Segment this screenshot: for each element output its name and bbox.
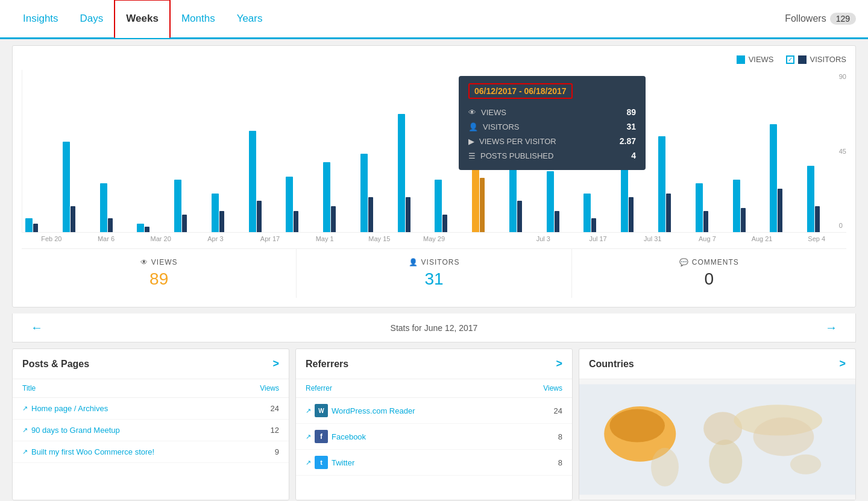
x-axis-labels: Feb 20Mar 6Mar 20Apr 3Apr 17May 1May 15M… [22,235,846,242]
posts-row-title-0[interactable]: ↗ Home page / Archives [22,404,108,413]
next-arrow-button[interactable]: → [819,321,843,335]
nav-tabs: Insights Days Weeks Months Years [12,0,785,38]
referrer-row-title-2[interactable]: ↗ t Twitter [306,456,354,469]
bar-group-17 [658,136,694,232]
tooltip-vpp-value: 2.87 [620,136,636,146]
referrer-row-count-1: 8 [558,432,562,441]
views-bar-19 [733,180,740,232]
svg-point-2 [609,409,665,443]
referrer-row-count-0: 24 [554,406,562,415]
posts-row-title-1[interactable]: ↗ 90 days to Grand Meetup [22,426,120,435]
stat-visitors-label: 👤 VISITORS [303,258,565,266]
referrers-col-views: Views [543,384,562,392]
visitors-bar-4 [182,215,187,232]
x-label-6: May 15 [353,235,406,242]
views-bar-17 [658,136,665,232]
posts-row-count-0: 24 [271,404,279,413]
views-bar-20 [770,124,777,232]
x-label-7: May 29 [407,235,461,242]
views-bar-14 [547,171,554,232]
referrer-row-title-0[interactable]: ↗ W WordPress.com Reader [306,404,415,417]
followers-badge: Followers 129 [785,13,856,25]
bar-group-2 [100,183,136,232]
referrer-row-2: ↗ t Twitter 8 [296,450,572,476]
tab-days[interactable]: Days [69,1,115,37]
countries-panel-arrow[interactable]: > [839,358,846,370]
views-bar-2 [100,183,107,232]
views-bar-10 [398,114,405,232]
prev-arrow-button[interactable]: ← [25,321,49,335]
x-label-1: Mar 6 [80,235,133,242]
tooltip-posts-row: ☰ POSTS PUBLISHED 4 [468,148,636,163]
posts-row-title-2[interactable]: ↗ Built my first Woo Commerce store! [22,447,154,456]
x-label-11: Jul 31 [626,235,679,242]
visitors-bar-3 [145,227,149,232]
wp-icon: W [315,404,328,417]
posts-row-count-1: 12 [271,426,279,435]
y-axis-labels: 90 45 0 [839,70,846,232]
posts-rows: ↗ Home page / Archives 24 ↗ 90 days to G… [13,398,289,463]
referrer-row-1: ↗ f Facebook 8 [296,424,572,450]
views-bar-5 [212,194,219,232]
stat-views-label: 👁 VIEWS [28,258,290,266]
referrers-panel-arrow[interactable]: > [556,358,562,370]
stat-comments: 💬 COMMENTS 0 [572,249,846,298]
visitors-check: ✓ [786,55,794,64]
tab-weeks[interactable]: Weeks [114,0,171,38]
person-icon: 👤 [409,258,418,266]
bar-group-7 [286,177,322,232]
tab-insights[interactable]: Insights [12,1,69,37]
referrers-panel-title: Referrers [306,359,348,370]
svg-point-5 [709,440,742,484]
visitors-bar-18 [703,211,708,232]
tooltip-visitors-row: 👤 VISITORS 31 [468,119,636,134]
bar-chart: 90 45 0 [22,70,846,233]
x-label-4: Apr 17 [244,235,297,242]
tab-years[interactable]: Years [226,1,274,37]
tooltip-posts-label: POSTS PUBLISHED [480,151,553,160]
eye-icon: 👁 [140,258,148,266]
views-bar-7 [286,177,293,232]
svg-point-6 [651,448,679,487]
visitors-bar-17 [666,194,671,232]
visitors-bar-8 [331,206,336,232]
visitors-bar-9 [368,197,373,232]
views-bar-8 [323,162,330,232]
visitors-legend-label: VISITORS [810,55,846,64]
views-bar-11 [435,180,442,232]
posts-panel: Posts & Pages > Title Views ↗ Home page … [12,348,289,500]
visitors-bar-5 [219,211,224,232]
bar-group-20 [770,124,806,232]
visitors-bar-13 [517,201,522,232]
referrer-external-icon-0: ↗ [306,407,311,415]
views-bar-0 [25,218,33,232]
referrers-panel: Referrers > Referrer Views ↗ W WordPress… [295,348,573,500]
tooltip-views-value: 89 [626,107,636,117]
posts-table-header: Title Views [13,379,289,398]
tooltip-visitors-label: VISITORS [483,122,519,131]
tooltip-views-label: VIEWS [481,108,506,117]
views-bar-1 [63,142,70,232]
referrer-external-icon-2: ↗ [306,459,311,467]
tooltip-eye-icon: 👁 [468,108,476,117]
legend-views: VIEWS [737,55,774,64]
visitors-bar-10 [406,197,410,232]
visitors-bar-19 [741,208,746,232]
tab-months[interactable]: Months [171,1,226,37]
bar-group-8 [323,162,359,232]
tooltip-vpp-row: ▶ VIEWS PER VISITOR 2.87 [468,134,636,148]
x-label-14: Sep 4 [790,235,843,242]
referrers-col-title: Referrer [306,384,332,392]
followers-label: Followers [785,13,826,24]
stat-views-value: 89 [28,269,290,289]
chart-section: VIEWS ✓ VISITORS 90 45 0 06/12/2017 - 06… [12,45,856,307]
views-bar-18 [696,183,703,232]
visitors-bar-1 [71,206,75,232]
stats-row: 👁 VIEWS 89 👤 VISITORS 31 💬 COMMENTS 0 [22,248,846,298]
posts-panel-arrow[interactable]: > [272,358,279,370]
views-bar-9 [360,154,368,232]
bar-group-11 [435,180,471,232]
bar-group-0 [25,218,61,232]
referrer-row-title-1[interactable]: ↗ f Facebook [306,430,366,443]
chart-tooltip: 06/12/2017 - 06/18/2017 👁 VIEWS 89 👤 VIS… [459,76,646,170]
